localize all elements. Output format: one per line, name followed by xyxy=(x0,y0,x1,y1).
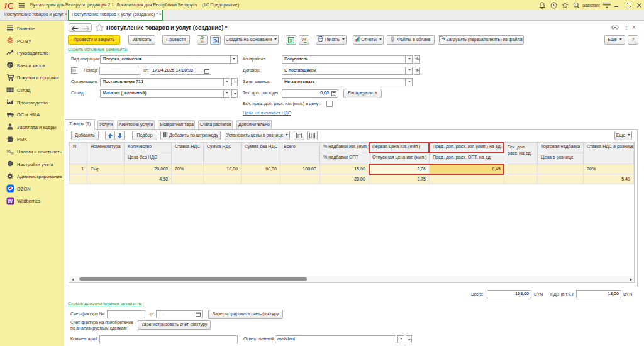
svg-text:X: X xyxy=(289,38,292,43)
svg-text:?: ? xyxy=(301,37,304,42)
